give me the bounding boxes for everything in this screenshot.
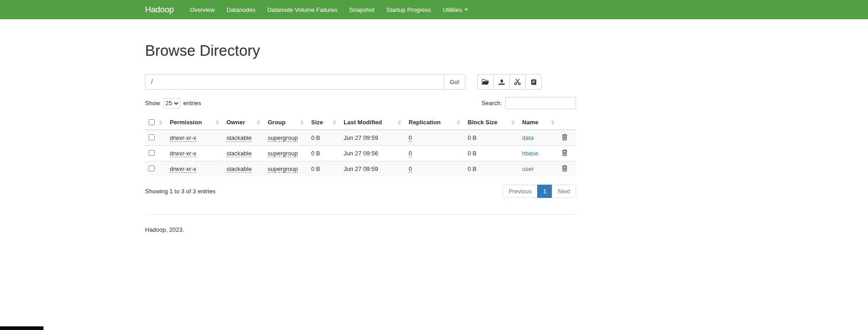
nav-item-utilities-dropdown[interactable]: Utilities — [437, 0, 474, 19]
replication-cell[interactable]: 0 — [409, 134, 412, 142]
header-label: Group — [268, 119, 286, 126]
search-label: Search: — [481, 100, 502, 106]
row-checkbox[interactable] — [149, 165, 155, 171]
trash-icon — [562, 149, 567, 156]
sort-icon — [333, 120, 336, 125]
group-cell[interactable]: supergroup — [268, 150, 298, 157]
header-permission[interactable]: Permission — [166, 115, 223, 130]
permission-cell[interactable]: drwxr-xr-x — [170, 165, 196, 173]
owner-cell[interactable]: stackable — [226, 134, 252, 142]
header-block-size[interactable]: Block Size — [464, 115, 518, 130]
go-button[interactable]: Go! — [444, 74, 465, 90]
nav-item-label: Snapshot — [349, 6, 374, 13]
header-label: Permission — [170, 119, 202, 126]
page-title: Browse Directory — [145, 42, 576, 59]
header-label: Replication — [409, 119, 441, 126]
permission-cell[interactable]: drwxr-xr-x — [170, 150, 196, 157]
group-cell[interactable]: supergroup — [268, 165, 298, 173]
directory-path-input[interactable] — [145, 74, 444, 90]
nav-item-overview[interactable]: Overview — [184, 0, 221, 19]
block-size-cell: 0 B — [464, 161, 518, 177]
replication-cell[interactable]: 0 — [409, 165, 412, 173]
directory-link[interactable]: data — [522, 134, 534, 141]
trash-icon — [562, 165, 567, 171]
sort-icon — [257, 120, 260, 125]
nav-item-startup-progress[interactable]: Startup Progress — [380, 0, 437, 19]
sort-icon — [511, 120, 515, 125]
nav-item-label: Datanode Volume Failures — [267, 6, 337, 13]
sort-icon — [457, 120, 460, 125]
last-modified-cell: Jun 27 09:56 — [340, 146, 405, 161]
header-owner[interactable]: Owner — [223, 115, 264, 130]
horizontal-scrollbar-thumb[interactable] — [0, 326, 43, 330]
directory-link[interactable]: user — [522, 165, 534, 172]
paste-button[interactable] — [525, 74, 542, 90]
search-control: Search: — [481, 97, 576, 109]
scissors-icon — [514, 79, 521, 85]
header-label: Owner — [226, 119, 245, 126]
header-label: Size — [311, 119, 323, 126]
entries-summary: Showing 1 to 3 of 3 entries — [145, 188, 216, 195]
owner-cell[interactable]: stackable — [226, 165, 252, 173]
header-replication[interactable]: Replication — [405, 115, 464, 130]
footer-divider — [145, 214, 576, 215]
navbar: Hadoop Overview Datanodes Datanode Volum… — [0, 0, 868, 19]
page-size-control: Show 25 entries — [145, 98, 201, 109]
nav-item-label: Overview — [190, 6, 215, 13]
row-checkbox[interactable] — [149, 134, 155, 140]
sort-icon — [300, 120, 304, 125]
permission-cell[interactable]: drwxr-xr-x — [170, 134, 196, 142]
header-size[interactable]: Size — [307, 115, 340, 130]
path-bar: Go! — [145, 74, 576, 90]
directory-actions — [477, 74, 542, 90]
search-input[interactable] — [505, 97, 576, 109]
directory-listing-table: Permission Owner Group Size Last Modifie… — [145, 115, 576, 176]
header-label: Name — [522, 119, 538, 126]
page-size-select[interactable]: 25 — [163, 98, 180, 109]
delete-button[interactable] — [562, 134, 567, 140]
size-cell: 0 B — [307, 146, 340, 161]
header-label: Block Size — [468, 119, 497, 126]
directory-link[interactable]: hbase — [522, 150, 538, 157]
table-row: drwxr-xr-x stackable supergroup 0 B Jun … — [145, 146, 576, 161]
header-name[interactable]: Name — [518, 115, 558, 130]
last-modified-cell: Jun 27 09:59 — [340, 161, 405, 177]
nav-item-datanode-volume-failures[interactable]: Datanode Volume Failures — [261, 0, 343, 19]
header-last-modified[interactable]: Last Modified — [340, 115, 405, 130]
paste-icon — [531, 79, 537, 85]
delete-button[interactable] — [562, 149, 567, 156]
create-directory-button[interactable] — [477, 74, 494, 90]
pagination-page-1[interactable]: 1 — [537, 185, 552, 198]
table-row: drwxr-xr-x stackable supergroup 0 B Jun … — [145, 130, 576, 146]
table-controls: Show 25 entries Search: — [145, 97, 576, 109]
block-size-cell: 0 B — [464, 146, 518, 161]
pagination-previous[interactable]: Previous — [502, 185, 538, 198]
delete-button[interactable] — [562, 165, 567, 171]
last-modified-cell: Jun 27 09:59 — [340, 130, 405, 146]
size-cell: 0 B — [307, 130, 340, 146]
show-label: Show — [145, 100, 160, 106]
sort-icon[interactable] — [159, 120, 162, 125]
sort-icon — [216, 120, 219, 125]
pagination: Previous 1 Next — [502, 185, 576, 198]
nav-item-label: Utilities — [443, 6, 462, 13]
select-all-checkbox[interactable] — [149, 119, 155, 125]
header-actions — [558, 115, 576, 130]
sort-icon — [551, 120, 555, 125]
footer-text: Hadoop, 2023. — [145, 226, 576, 233]
group-cell[interactable]: supergroup — [268, 134, 298, 142]
row-checkbox[interactable] — [149, 150, 155, 156]
header-group[interactable]: Group — [264, 115, 307, 130]
upload-files-button[interactable] — [493, 74, 510, 90]
cut-button[interactable] — [509, 74, 526, 90]
table-row: drwxr-xr-x stackable supergroup 0 B Jun … — [145, 161, 576, 177]
navbar-brand[interactable]: Hadoop — [145, 5, 174, 15]
nav-item-snapshot[interactable]: Snapshot — [343, 0, 380, 19]
table-footer: Showing 1 to 3 of 3 entries Previous 1 N… — [145, 185, 576, 198]
owner-cell[interactable]: stackable — [226, 150, 252, 157]
size-cell: 0 B — [307, 161, 340, 177]
caret-down-icon — [464, 9, 468, 11]
nav-item-datanodes[interactable]: Datanodes — [221, 0, 261, 19]
pagination-next[interactable]: Next — [552, 185, 576, 198]
replication-cell[interactable]: 0 — [409, 150, 412, 157]
